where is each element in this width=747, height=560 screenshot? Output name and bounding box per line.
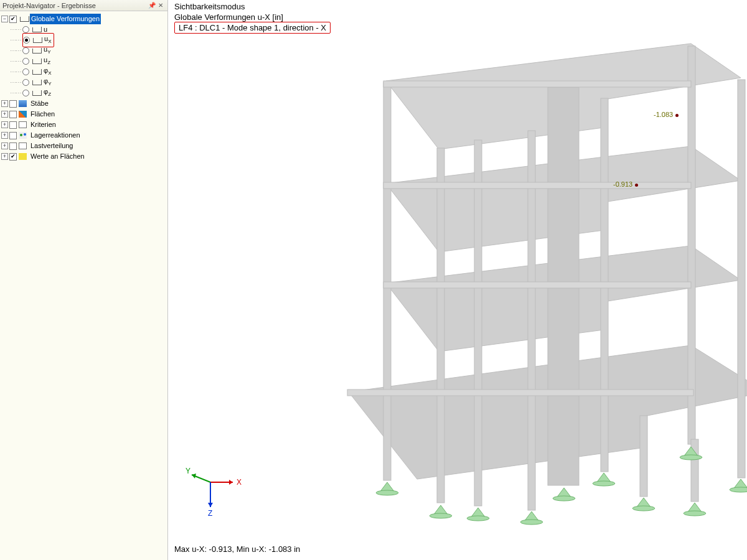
tree-root-label[interactable]: Globale Verformungen: [30, 14, 101, 24]
checkbox[interactable]: [9, 132, 17, 139]
krit-icon: [19, 121, 27, 128]
expand-icon[interactable]: +: [1, 132, 8, 139]
axis-triad: X Y Z: [186, 464, 242, 520]
svg-rect-12: [383, 81, 691, 87]
expand-icon[interactable]: +: [1, 153, 8, 160]
tree-item-label: φZ: [42, 86, 52, 100]
annotation-point-icon: [675, 114, 679, 117]
radio[interactable]: [22, 26, 29, 33]
expand-icon[interactable]: +: [1, 100, 8, 107]
tree-item-label: Flächen: [29, 109, 56, 119]
tree-connector: ⋯⋯: [10, 88, 21, 98]
deform-icon: [31, 90, 40, 97]
tree-item-lagerreaktionen[interactable]: + Lagerreaktionen: [1, 130, 166, 141]
checkbox[interactable]: [9, 142, 17, 150]
expand-icon[interactable]: +: [1, 111, 8, 118]
svg-rect-15: [347, 390, 693, 396]
results-tree[interactable]: − ✔ Globale Verformungen ⋯⋯ u⋯⋯uX ⋯⋯ uY …: [0, 11, 167, 164]
svg-marker-19: [192, 474, 196, 478]
annotation-value: -0.913: [613, 180, 632, 188]
axis-x-label: X: [237, 478, 242, 487]
deform-icon: [31, 68, 40, 76]
tree-item-lastverteilung[interactable]: + Lastverteilung: [1, 141, 166, 151]
pin-icon[interactable]: 📌: [148, 1, 156, 10]
svg-marker-17: [229, 480, 233, 485]
checkbox[interactable]: ✔: [9, 153, 17, 161]
radio[interactable]: [23, 37, 30, 44]
navigator-title: Projekt-Navigator - Ergebnisse: [2, 2, 148, 9]
close-icon[interactable]: ✕: [156, 1, 165, 10]
tree-connector: ⋯⋯: [10, 35, 21, 45]
axis-y-label: Y: [186, 467, 190, 475]
deform-icon: [32, 37, 40, 44]
tree-item-label: Lagerreaktionen: [29, 130, 82, 141]
svg-rect-3: [474, 140, 482, 506]
svg-rect-2: [437, 148, 444, 503]
radio[interactable]: [22, 68, 29, 75]
viewport-status-text: Max u-X: -0.913, Min u-X: -1.083 in: [174, 544, 300, 554]
tree-connector: ⋯⋯: [10, 24, 21, 35]
result-annotation: -0.913: [613, 180, 638, 188]
deform-icon: [31, 79, 40, 86]
tree-item-deform-uy[interactable]: ⋯⋯ uY: [1, 45, 166, 56]
result-annotation: -1.083: [654, 111, 679, 118]
svg-rect-13: [383, 182, 691, 189]
radio[interactable]: [22, 47, 29, 54]
radio[interactable]: [22, 58, 29, 65]
tree-item-deform-φy[interactable]: ⋯⋯ φY: [1, 77, 166, 88]
expand-icon[interactable]: +: [1, 142, 8, 149]
tree-item-deform-uz[interactable]: ⋯⋯ uZ: [1, 56, 166, 67]
svg-rect-1: [383, 82, 391, 480]
tree-connector: ⋯⋯: [10, 67, 21, 77]
last-icon: [19, 142, 27, 149]
deform-icon: [31, 58, 40, 65]
svg-rect-7: [738, 80, 745, 478]
tree-root-row[interactable]: − ✔ Globale Verformungen: [1, 14, 166, 24]
tree-item-label: Kriterien: [29, 119, 57, 130]
flach-icon: [19, 111, 27, 118]
tree-connector: ⋯⋯: [10, 45, 21, 56]
structure-model: [168, 0, 747, 560]
tree-item-kriterien[interactable]: + Kriterien: [1, 119, 166, 130]
tree-item-werte-an-flächen[interactable]: + ✔ Werte an Flächen: [1, 151, 166, 162]
tree-item-label: Lastverteilung: [29, 141, 75, 151]
tree-connector: ⋯⋯: [10, 77, 21, 88]
lager-icon: [19, 132, 27, 139]
tree-item-deform-φz[interactable]: ⋯⋯ φZ: [1, 88, 166, 98]
checkbox[interactable]: [9, 121, 17, 129]
navigator-header: Projekt-Navigator - Ergebnisse 📌 ✕: [0, 0, 167, 11]
checkbox[interactable]: [9, 111, 17, 118]
annotation-value: -1.083: [654, 111, 673, 118]
deform-icon: [31, 47, 40, 55]
collapse-icon[interactable]: −: [1, 16, 8, 22]
tree-item-label: Werte an Flächen: [29, 151, 86, 162]
annotation-point-icon: [635, 184, 638, 187]
expand-icon[interactable]: +: [1, 121, 8, 128]
tree-connector: ⋯⋯: [10, 56, 21, 67]
navigator-panel: Projekt-Navigator - Ergebnisse 📌 ✕ − ✔ G…: [0, 0, 168, 560]
tree-item-deform-φx[interactable]: ⋯⋯ φX: [1, 67, 166, 77]
tree-item-label: Stäbe: [29, 98, 50, 109]
radio[interactable]: [22, 79, 29, 86]
svg-rect-8: [640, 416, 647, 497]
tree-item-flächen[interactable]: + Flächen: [1, 109, 166, 119]
checkbox[interactable]: ✔: [9, 16, 17, 23]
svg-rect-6: [688, 46, 695, 444]
checkbox[interactable]: [9, 100, 17, 108]
model-viewport[interactable]: Sichtbarkeitsmodus Globale Verformungen …: [168, 0, 747, 560]
svg-rect-14: [383, 282, 691, 288]
tree-item-deform-ux[interactable]: ⋯⋯uX: [1, 35, 166, 45]
deform-icon: [31, 26, 40, 34]
svg-marker-21: [208, 503, 213, 507]
deform-icon: [19, 16, 27, 23]
radio[interactable]: [22, 90, 29, 96]
wert-icon: [19, 153, 27, 160]
tree-item-stäbe[interactable]: + Stäbe: [1, 98, 166, 109]
axis-z-label: Z: [208, 509, 212, 518]
stab-icon: [19, 100, 27, 107]
